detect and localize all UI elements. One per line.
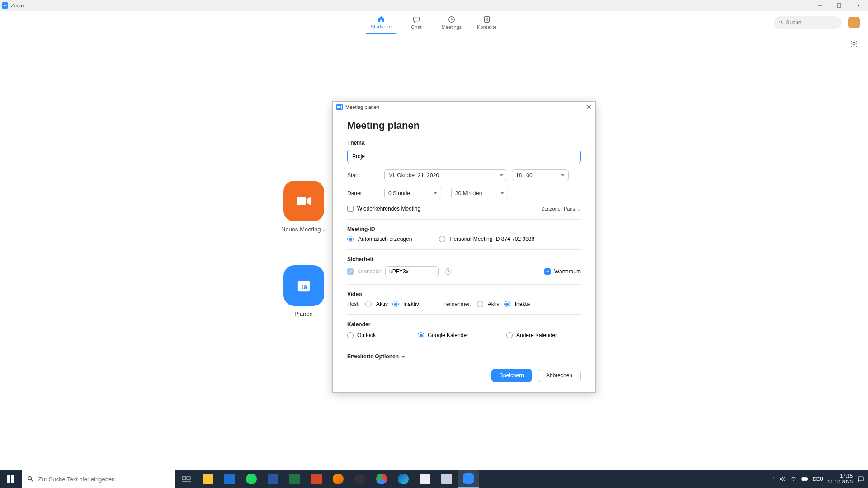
close-button[interactable] bbox=[853, 2, 863, 9]
nav-tab-meetings[interactable]: Meetings bbox=[436, 11, 467, 34]
duration-hours-select[interactable]: 0 Stunde bbox=[384, 188, 441, 199]
search-input[interactable] bbox=[786, 19, 837, 26]
new-meeting-button[interactable]: Neues Meeting ⌄ bbox=[281, 181, 326, 233]
taskbar-app-mail[interactable] bbox=[219, 470, 241, 488]
battery-icon[interactable] bbox=[801, 476, 808, 482]
zoom-app-icon bbox=[336, 104, 343, 110]
maximize-button[interactable] bbox=[834, 2, 844, 9]
dialog-close-button[interactable]: ✕ bbox=[586, 103, 592, 111]
taskbar-app-obs[interactable] bbox=[349, 470, 371, 488]
taskbar-app-powerpoint[interactable] bbox=[306, 470, 327, 488]
recurring-checkbox[interactable] bbox=[347, 206, 354, 212]
calendar-section-label: Kalender bbox=[347, 321, 581, 328]
theme-input[interactable] bbox=[347, 150, 581, 163]
taskbar-app-zoom[interactable] bbox=[458, 470, 479, 488]
task-view-button[interactable] bbox=[175, 470, 197, 488]
user-avatar[interactable] bbox=[848, 17, 860, 28]
chat-icon bbox=[412, 15, 421, 24]
meeting-id-auto-label[interactable]: Automatisch erzeugen bbox=[358, 236, 412, 242]
svg-point-8 bbox=[779, 21, 782, 23]
app-icon bbox=[441, 474, 452, 484]
video-section-label: Video bbox=[347, 291, 581, 297]
word-icon bbox=[268, 474, 278, 484]
taskbar-app-spotify[interactable] bbox=[241, 470, 262, 488]
taskbar-search-input[interactable] bbox=[38, 476, 170, 483]
info-icon[interactable]: ? bbox=[445, 268, 451, 275]
svg-rect-11 bbox=[297, 197, 306, 205]
nav-tab-contacts[interactable]: Kontakte bbox=[472, 11, 502, 34]
save-button[interactable]: Speichern bbox=[491, 369, 532, 382]
zoom-icon bbox=[463, 473, 474, 484]
passcode-label: Kenncode bbox=[357, 268, 382, 275]
search-box[interactable] bbox=[774, 16, 842, 29]
schedule-button[interactable]: 19 Planen bbox=[283, 265, 324, 317]
taskbar-clock[interactable]: 17:15 21.10.2020 bbox=[828, 473, 853, 485]
calendar-icon: 19 bbox=[294, 276, 314, 296]
svg-point-10 bbox=[853, 42, 855, 45]
calendar-other-radio[interactable] bbox=[506, 332, 513, 338]
taskbar-app-word[interactable] bbox=[262, 470, 284, 488]
nav-tab-label: Kontakte bbox=[477, 24, 496, 30]
cancel-button[interactable]: Abbrechen bbox=[538, 369, 581, 382]
minimize-button[interactable] bbox=[815, 2, 826, 9]
svg-point-19 bbox=[28, 477, 31, 480]
meeting-id-personal-radio[interactable] bbox=[439, 236, 445, 242]
start-button[interactable] bbox=[0, 470, 22, 488]
notifications-icon[interactable] bbox=[857, 475, 864, 483]
obs-icon bbox=[354, 474, 365, 484]
edge-icon bbox=[398, 474, 409, 484]
window-titlebar: Zoom bbox=[0, 0, 868, 11]
svg-line-9 bbox=[781, 23, 783, 24]
advanced-options-toggle[interactable]: Erweiterte Optionen bbox=[347, 353, 581, 360]
svg-text:19: 19 bbox=[300, 284, 307, 291]
divider bbox=[347, 284, 581, 285]
taskbar-app-notepad[interactable] bbox=[414, 470, 436, 488]
zoom-app-icon bbox=[2, 2, 8, 9]
calendar-google-radio[interactable] bbox=[418, 332, 424, 338]
firefox-icon bbox=[333, 474, 344, 484]
participant-label: Teilnehmer: bbox=[443, 301, 472, 307]
start-time-select[interactable]: 18 : 00 bbox=[512, 169, 569, 181]
home-icon bbox=[377, 14, 386, 23]
top-nav: Startseite Chat Meetings Kontakte bbox=[0, 11, 868, 34]
taskbar-search[interactable] bbox=[22, 470, 175, 488]
notepad-icon bbox=[420, 474, 430, 484]
svg-rect-4 bbox=[414, 17, 420, 21]
host-video-on-radio[interactable] bbox=[365, 301, 372, 307]
settings-button[interactable] bbox=[850, 40, 858, 50]
volume-icon[interactable] bbox=[779, 476, 786, 482]
taskbar-app-excel[interactable] bbox=[284, 470, 306, 488]
wifi-icon[interactable] bbox=[790, 476, 797, 482]
excel-icon bbox=[289, 474, 300, 484]
nav-tab-home[interactable]: Startseite bbox=[366, 11, 396, 34]
nav-tab-label: Chat bbox=[411, 24, 421, 30]
duration-label: Dauer: bbox=[347, 190, 384, 197]
recurring-label: Wiederkehrendes Meeting bbox=[357, 206, 420, 212]
video-icon bbox=[294, 191, 314, 211]
taskbar-app-edge[interactable] bbox=[392, 470, 414, 488]
participant-video-off-radio[interactable] bbox=[504, 301, 510, 307]
host-video-off-radio[interactable] bbox=[392, 301, 399, 307]
taskbar-app-explorer[interactable] bbox=[197, 470, 219, 488]
waitroom-checkbox[interactable] bbox=[544, 268, 551, 275]
taskbar-app-generic[interactable] bbox=[436, 470, 458, 488]
taskbar-app-firefox[interactable] bbox=[327, 470, 349, 488]
nav-tab-chat[interactable]: Chat bbox=[401, 11, 432, 34]
meeting-id-personal-label[interactable]: Personal-Meeting-ID 874 702 9888 bbox=[450, 236, 534, 242]
meeting-id-auto-radio[interactable] bbox=[347, 236, 354, 242]
calendar-outlook-radio[interactable] bbox=[347, 332, 354, 338]
start-label: Start: bbox=[347, 172, 384, 178]
chevron-down-icon: ⌄ bbox=[322, 227, 326, 232]
language-indicator[interactable]: DEU bbox=[813, 476, 823, 482]
start-date-select[interactable]: Mi. Oktober 21, 2020 bbox=[384, 169, 507, 181]
participant-video-on-radio[interactable] bbox=[477, 301, 483, 307]
passcode-input[interactable] bbox=[385, 266, 439, 277]
tray-expand-icon[interactable]: ˄ bbox=[772, 476, 775, 482]
duration-minutes-select[interactable]: 30 Minuten bbox=[451, 188, 508, 199]
timezone-select[interactable]: Zeitzone: Paris ⌄ bbox=[542, 206, 581, 212]
svg-rect-15 bbox=[7, 475, 10, 479]
taskbar-app-chrome[interactable] bbox=[371, 470, 392, 488]
dialog-window-title: Meeting planen bbox=[345, 104, 379, 110]
chevron-down-icon: ⌄ bbox=[577, 206, 581, 212]
svg-rect-25 bbox=[807, 478, 808, 480]
